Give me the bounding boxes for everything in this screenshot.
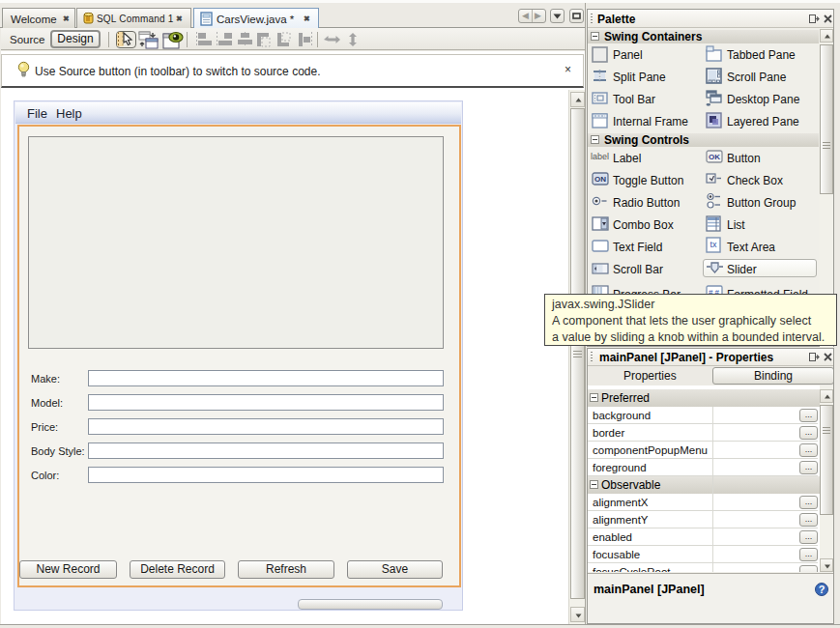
svg-text:tx: tx	[710, 240, 717, 249]
svg-text:OK: OK	[709, 153, 720, 161]
svg-text:ON: ON	[594, 175, 606, 184]
